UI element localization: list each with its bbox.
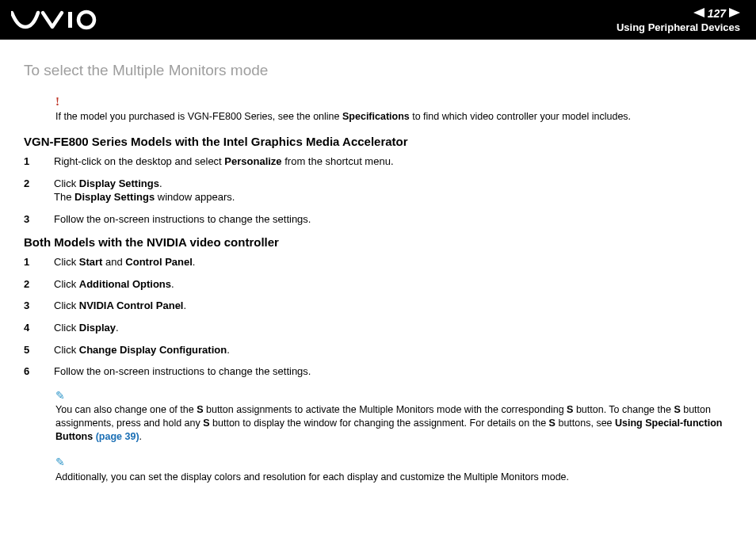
- section-a-heading: VGN-FE800 Series Models with the Intel G…: [24, 135, 732, 148]
- page-link[interactable]: (page 39): [96, 431, 139, 442]
- vaio-logo: [11, 10, 98, 30]
- section-label: Using Peripheral Devices: [617, 21, 740, 33]
- step-item: 2 Click Display Settings. The Display Se…: [24, 177, 732, 204]
- step-item: 3 Follow the on-screen instructions to c…: [24, 212, 732, 227]
- svg-marker-3: [729, 8, 740, 17]
- next-page-arrow[interactable]: [729, 7, 740, 20]
- svg-point-1: [78, 12, 94, 28]
- warning-note: ! If the model you purchased is VGN-FE80…: [55, 93, 732, 124]
- page-number: 127: [708, 7, 726, 20]
- section-b-steps: 1 Click Start and Control Panel. 2 Click…: [24, 255, 732, 378]
- tip-note-1: ✎ You can also change one of the S butto…: [55, 388, 732, 444]
- section-a-steps: 1 Right-click on the desktop and select …: [24, 154, 732, 226]
- svg-marker-2: [693, 8, 704, 17]
- tip2-text: Additionally, you can set the display co…: [55, 471, 569, 483]
- warning-icon: !: [55, 93, 732, 109]
- step-item: 1 Click Start and Control Panel.: [24, 255, 732, 269]
- step-item: 3 Click NVIDIA Control Panel.: [24, 299, 732, 313]
- step-item: 6 Follow the on-screen instructions to c…: [24, 364, 732, 379]
- pencil-icon: ✎: [55, 388, 732, 403]
- step-item: 5 Click Change Display Configuration.: [24, 343, 732, 357]
- svg-rect-0: [68, 12, 72, 28]
- page-title: To select the Multiple Monitors mode: [24, 62, 732, 79]
- page-content: To select the Multiple Monitors mode ! I…: [0, 40, 756, 519]
- step-item: 4 Click Display.: [24, 321, 732, 335]
- section-b-heading: Both Models with the NVIDIA video contro…: [24, 235, 732, 249]
- tip1-text: You can also change one of the S button …: [55, 404, 722, 442]
- page-navigation: 127: [617, 7, 740, 20]
- header-right: 127 Using Peripheral Devices: [617, 7, 740, 33]
- pencil-icon: ✎: [55, 455, 732, 470]
- tip-note-2: ✎ Additionally, you can set the display …: [55, 455, 732, 484]
- prev-page-arrow[interactable]: [693, 7, 704, 20]
- step-item: 2 Click Additional Options.: [24, 277, 732, 292]
- page-header: 127 Using Peripheral Devices: [0, 0, 756, 40]
- step-item: 1 Right-click on the desktop and select …: [24, 154, 732, 169]
- warning-text: If the model you purchased is VGN-FE800 …: [55, 111, 631, 122]
